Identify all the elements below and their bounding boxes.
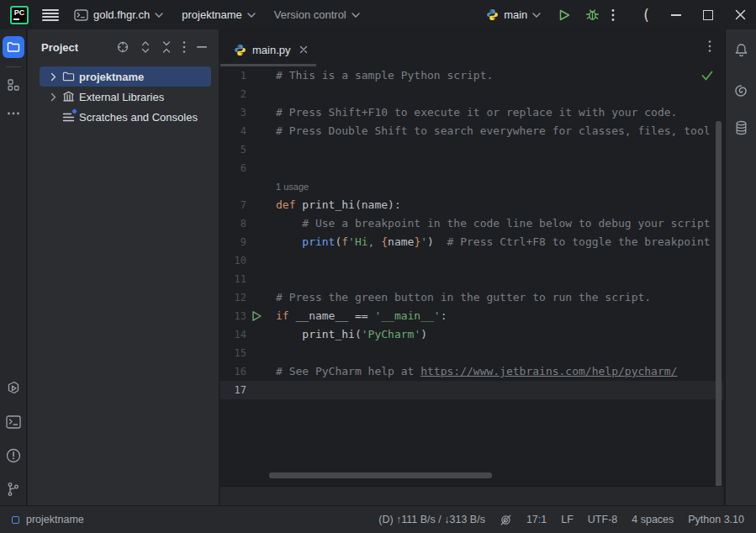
indent-widget[interactable]: 4 spaces	[632, 514, 674, 525]
python-file-icon	[234, 44, 246, 56]
problems-tool-button[interactable]	[3, 445, 24, 467]
line-number[interactable]: 17	[220, 381, 246, 399]
vertical-scrollbar[interactable]	[716, 121, 722, 486]
kebab-icon	[611, 8, 615, 22]
code-line[interactable]: 17	[220, 381, 723, 399]
services-tool-button[interactable]	[3, 377, 24, 399]
code-line[interactable]: 8 # Use a breakpoint in the code line be…	[220, 214, 723, 233]
line-number[interactable]: 14	[220, 325, 246, 344]
panel-options-button[interactable]	[182, 40, 186, 54]
editor-tab-bar: main.py	[220, 29, 723, 66]
run-button[interactable]	[558, 8, 571, 22]
line-number[interactable]: 7	[220, 196, 246, 214]
notifications-button[interactable]	[730, 40, 752, 61]
code-line[interactable]: 10	[220, 251, 723, 270]
maximize-button[interactable]	[703, 10, 713, 20]
database-button[interactable]	[730, 117, 752, 139]
code-editor[interactable]: 1# This is a sample Python script.23# Pr…	[220, 66, 723, 486]
code-line[interactable]: 12# Press the green button in the gutter…	[220, 288, 723, 307]
line-number[interactable]: 9	[220, 233, 246, 251]
code-line[interactable]: 5	[220, 140, 723, 159]
line-number[interactable]: 2	[220, 85, 246, 103]
tree-item-label: Scratches and Consoles	[79, 111, 198, 124]
line-number[interactable]: 8	[220, 214, 246, 233]
caret-position-widget[interactable]: 17:1	[526, 514, 547, 525]
code-line[interactable]: 15	[220, 344, 723, 362]
ellipsis-icon	[7, 112, 20, 115]
line-number[interactable]: 11	[220, 270, 246, 288]
vcs-dropdown[interactable]: Version control	[274, 8, 360, 21]
hide-panel-button[interactable]	[197, 46, 207, 49]
project-tool-button[interactable]	[3, 36, 24, 58]
code-line[interactable]: 14 print_hi('PyCharm')	[220, 325, 723, 344]
tab-main-py[interactable]: main.py	[220, 33, 316, 66]
debug-button[interactable]	[585, 8, 600, 22]
tab-close-button[interactable]	[299, 45, 308, 54]
main-menu-button[interactable]	[42, 8, 59, 22]
code-line[interactable]: 16# See PyCharm help at https://www.jetb…	[220, 362, 723, 381]
line-separator-widget[interactable]: LF	[561, 514, 574, 525]
line-number[interactable]: 12	[220, 288, 246, 307]
collapse-all-button[interactable]	[161, 40, 172, 54]
code-line[interactable]: 3# Press Shift+F10 to execute it or repl…	[220, 103, 723, 122]
structure-tool-button[interactable]	[3, 74, 24, 96]
close-button[interactable]	[735, 9, 746, 20]
highlighting-level-icon[interactable]	[500, 514, 512, 526]
locate-file-button[interactable]	[116, 40, 130, 54]
pycharm-window: PC gold.fhgr.ch projektname Version cont…	[0, 0, 756, 533]
code-text: print(f'Hi, {name}') # Press Ctrl+F8 to …	[267, 233, 711, 251]
terminal-chip-icon	[74, 9, 88, 21]
more-tool-windows-button[interactable]	[3, 103, 24, 124]
code-text	[267, 85, 276, 103]
gutter-run-icon[interactable]	[246, 307, 267, 325]
code-line[interactable]: 13if __name__ == '__main__':	[220, 307, 723, 325]
code-line[interactable]: 4# Press Double Shift to search everywhe…	[220, 122, 723, 140]
tab-label: main.py	[252, 44, 291, 56]
git-tool-button[interactable]	[3, 478, 24, 500]
horizontal-scrollbar[interactable]	[269, 472, 492, 478]
chevron-right-icon[interactable]	[46, 72, 60, 82]
crescent-icon[interactable]: (	[643, 7, 649, 24]
code-line[interactable]: 2	[220, 85, 723, 103]
line-number[interactable]	[220, 177, 246, 196]
code-line[interactable]: 7def print_hi(name):	[220, 196, 723, 214]
line-number[interactable]: 10	[220, 251, 246, 270]
code-text: print_hi('PyCharm')	[267, 325, 427, 344]
line-number[interactable]: 15	[220, 344, 246, 362]
tree-item-external-libraries[interactable]: External Libraries	[40, 87, 211, 107]
project-dropdown[interactable]: projektname	[182, 8, 256, 21]
usages-inlay-hint[interactable]: 1 usage	[276, 182, 309, 192]
code-line[interactable]: 6	[220, 159, 723, 177]
remote-host-dropdown[interactable]: gold.fhgr.ch	[74, 8, 163, 21]
chevron-down-icon	[247, 13, 256, 18]
editor-options-button[interactable]	[708, 40, 711, 53]
expand-all-button[interactable]	[140, 40, 151, 54]
tree-item-scratches[interactable]: Scratches and Consoles	[40, 107, 211, 127]
minimize-button[interactable]	[671, 14, 681, 16]
code-line[interactable]: 11	[220, 270, 723, 288]
run-configuration-dropdown[interactable]: main	[486, 8, 541, 21]
more-actions-button[interactable]	[611, 8, 615, 22]
line-number[interactable]: 3	[220, 103, 246, 122]
status-project-widget[interactable]: projektname	[12, 514, 84, 525]
interpreter-widget[interactable]: Python 3.10	[688, 514, 744, 525]
tree-item-projektname[interactable]: projektname	[40, 66, 211, 87]
line-number[interactable]: 6	[220, 159, 246, 177]
terminal-tool-button[interactable]	[3, 411, 24, 433]
line-number[interactable]: 4	[220, 122, 246, 140]
inlay-hint-line[interactable]: 1 usage	[220, 177, 723, 196]
line-number[interactable]: 13	[220, 307, 246, 325]
line-number[interactable]: 1	[220, 66, 246, 85]
code-line[interactable]: 9 print(f'Hi, {name}') # Press Ctrl+F8 t…	[220, 233, 723, 251]
left-tool-stripe	[0, 29, 27, 505]
code-line[interactable]: 1# This is a sample Python script.	[220, 66, 723, 85]
inspections-ok-check-icon[interactable]	[701, 71, 713, 81]
line-number[interactable]: 16	[220, 362, 246, 381]
encoding-widget[interactable]: UTF-8	[588, 514, 617, 525]
ai-assistant-button[interactable]	[730, 80, 752, 102]
gutter	[246, 140, 267, 159]
line-number[interactable]: 5	[220, 140, 246, 159]
maximize-icon	[703, 10, 713, 20]
chevron-right-icon[interactable]	[46, 92, 60, 102]
minimize-icon	[671, 14, 681, 16]
